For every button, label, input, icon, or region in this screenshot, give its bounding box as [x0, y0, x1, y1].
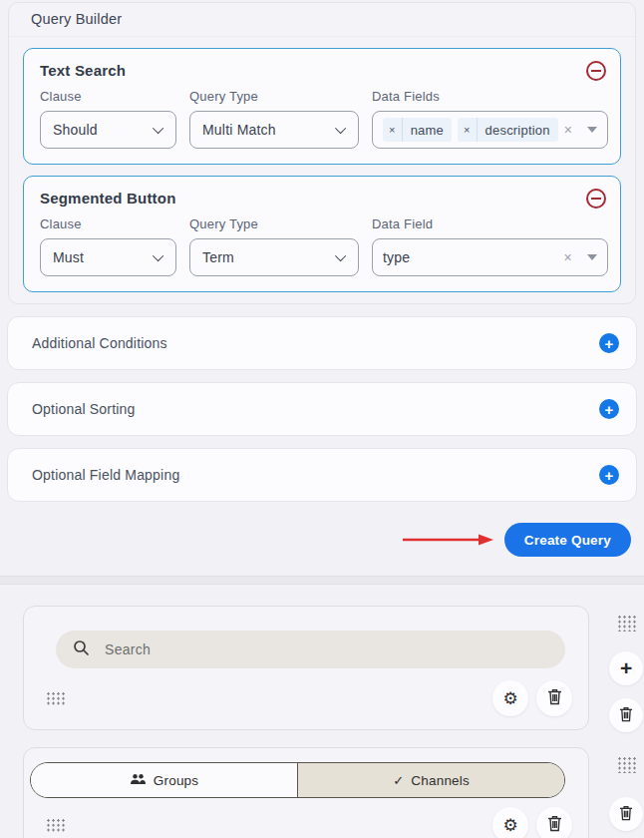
data-field-label: Data Field — [372, 216, 608, 231]
gear-icon: ⚙ — [503, 817, 518, 834]
tag-label: description — [478, 123, 558, 138]
search-bar[interactable] — [56, 630, 565, 668]
settings-button[interactable]: ⚙ — [492, 680, 528, 716]
widget-drag-handle-icon[interactable] — [617, 756, 636, 773]
page-title: Query Builder — [9, 3, 635, 37]
delete-widget-button[interactable] — [609, 698, 643, 732]
minus-icon — [591, 198, 601, 200]
fields-row: Clause Should Query Type Multi Match Dat… — [40, 89, 604, 149]
segment-label: Groups — [154, 773, 198, 788]
trash-icon — [547, 688, 562, 708]
fields-row: Clause Must Query Type Term Data Field t… — [40, 216, 604, 276]
query-type-field: Query Type Multi Match — [189, 89, 359, 149]
query-type-label: Query Type — [189, 216, 359, 231]
card-actions: ⚙ — [492, 680, 572, 716]
data-field-field: Data Field type × — [372, 216, 608, 276]
search-widget-card: ⚙ — [23, 606, 589, 730]
data-fields-field: Data Fields × name × description × — [372, 89, 608, 149]
query-type-select[interactable]: Multi Match — [189, 111, 359, 149]
query-builder-panel: Query Builder Text Search Clause Should … — [8, 2, 636, 304]
remove-condition-icon[interactable] — [586, 189, 606, 209]
clear-all-icon[interactable]: × — [564, 122, 572, 138]
section-divider — [0, 576, 644, 585]
settings-button[interactable]: ⚙ — [492, 807, 528, 838]
create-query-row: Create Query — [0, 523, 631, 557]
search-input[interactable] — [105, 641, 503, 657]
caret-down-icon[interactable] — [587, 254, 597, 260]
chevron-down-icon — [153, 250, 163, 261]
widget-drag-handle-icon[interactable] — [617, 615, 636, 631]
tag-label: name — [403, 123, 452, 138]
chevron-down-icon — [335, 250, 346, 261]
segmented-widget-card: Groups ✓ Channels ⚙ — [23, 747, 589, 838]
segment-groups[interactable]: Groups — [31, 763, 298, 797]
trash-icon — [619, 706, 633, 725]
people-icon — [130, 773, 147, 788]
segmented-control: Groups ✓ Channels — [30, 762, 565, 798]
search-widget-row: ⚙ — [23, 606, 644, 732]
card-bottom-bar: ⚙ — [46, 807, 572, 838]
red-arrow-annotation — [401, 533, 494, 547]
data-fields-label: Data Fields — [372, 89, 608, 104]
data-fields-multiselect[interactable]: × name × description × — [372, 111, 608, 149]
caret-down-icon[interactable] — [587, 127, 597, 133]
check-icon: ✓ — [393, 773, 404, 788]
accordion-optional-field-mapping[interactable]: Optional Field Mapping + — [7, 448, 637, 502]
query-type-label: Query Type — [189, 89, 359, 104]
clause-field: Clause Should — [40, 89, 176, 149]
clause-field: Clause Must — [40, 216, 176, 276]
accordion-label: Additional Conditions — [32, 335, 167, 351]
accordion-label: Optional Field Mapping — [32, 467, 179, 483]
field-tag: × description — [458, 118, 558, 142]
clause-select[interactable]: Must — [40, 238, 176, 276]
widget-rail — [608, 747, 644, 831]
trash-icon — [619, 805, 633, 824]
gear-icon: ⚙ — [503, 690, 518, 707]
query-type-value: Term — [202, 249, 234, 265]
trash-icon — [547, 815, 562, 835]
chevron-down-icon — [335, 123, 346, 134]
expand-plus-icon[interactable]: + — [599, 399, 619, 419]
add-widget-button[interactable]: + — [609, 651, 643, 685]
clause-value: Must — [53, 249, 84, 265]
plus-icon: + — [620, 656, 632, 680]
condition-title: Text Search — [40, 62, 604, 79]
query-type-field: Query Type Term — [189, 216, 359, 276]
condition-card-segmented-button: Segmented Button Clause Must Query Type … — [23, 176, 621, 292]
condition-title: Segmented Button — [40, 190, 604, 207]
field-tag: × name — [383, 118, 452, 142]
chevron-down-icon — [153, 123, 163, 134]
delete-widget-button[interactable] — [609, 797, 643, 831]
data-field-value: type — [383, 249, 410, 265]
create-query-button[interactable]: Create Query — [504, 523, 631, 557]
query-type-select[interactable]: Term — [189, 238, 359, 276]
card-bottom-bar: ⚙ — [46, 680, 572, 716]
remove-condition-icon[interactable] — [586, 61, 606, 81]
clause-value: Should — [53, 122, 98, 138]
expand-plus-icon[interactable]: + — [599, 465, 619, 485]
drag-handle-icon[interactable] — [46, 691, 65, 706]
expand-plus-icon[interactable]: + — [599, 333, 619, 353]
condition-card-text-search: Text Search Clause Should Query Type Mul… — [23, 48, 621, 165]
segmented-widget-row: Groups ✓ Channels ⚙ — [23, 747, 644, 838]
search-icon — [73, 639, 90, 660]
segment-channels[interactable]: ✓ Channels — [298, 763, 564, 797]
widget-rail: + — [608, 606, 644, 732]
remove-tag-icon[interactable]: × — [458, 118, 478, 142]
delete-button[interactable] — [536, 807, 572, 838]
delete-button[interactable] — [536, 680, 572, 716]
minus-icon — [591, 70, 601, 72]
clause-label: Clause — [40, 89, 176, 104]
segment-label: Channels — [411, 773, 470, 788]
drag-handle-icon[interactable] — [46, 818, 65, 833]
accordion-additional-conditions[interactable]: Additional Conditions + — [7, 316, 637, 370]
clause-label: Clause — [40, 216, 176, 231]
clause-select[interactable]: Should — [40, 111, 176, 149]
accordion-label: Optional Sorting — [32, 401, 136, 417]
query-type-value: Multi Match — [202, 122, 276, 138]
data-field-select[interactable]: type × — [372, 238, 608, 276]
remove-tag-icon[interactable]: × — [383, 118, 403, 142]
accordion-optional-sorting[interactable]: Optional Sorting + — [7, 382, 637, 436]
clear-icon[interactable]: × — [564, 249, 572, 265]
card-actions: ⚙ — [492, 807, 572, 838]
